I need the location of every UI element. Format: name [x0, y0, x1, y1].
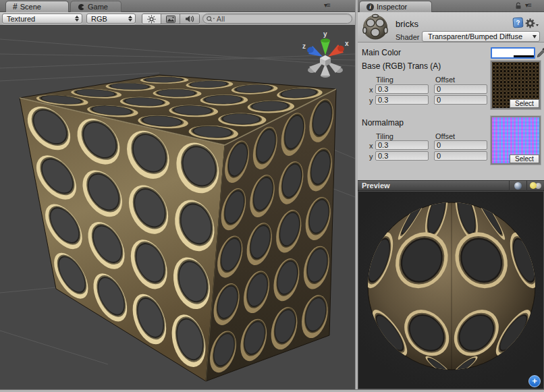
scene-orientation-gizmo[interactable]: y x z [297, 26, 355, 84]
window-bottom-edge [0, 389, 544, 392]
updown-arrows-icon [128, 16, 132, 22]
tiling-column-label: Tiling [376, 132, 393, 140]
color-mode-dropdown[interactable]: RGB [86, 13, 136, 24]
normalmap-select-button[interactable]: Select [510, 155, 539, 163]
normalmap-thumbnail[interactable]: Select [491, 116, 541, 165]
main-color-swatch[interactable] [491, 47, 535, 59]
material-header: bricks Shader Transparent/Bumped Diffuse… [358, 12, 544, 43]
tab-scene-label: Scene [20, 3, 41, 11]
inspector-tabbar: i Inspector ▾≡ [358, 0, 544, 12]
tab-game[interactable]: Game [70, 1, 121, 12]
gizmo-y-label: y [323, 30, 327, 38]
help-icon[interactable]: ? [512, 17, 523, 28]
normal-offset-y-field[interactable] [434, 151, 487, 161]
lighting-toggle-button[interactable] [142, 14, 161, 24]
speaker-icon [185, 15, 194, 23]
scene-grid-icon: # [13, 2, 18, 11]
offset-column-label: Offset [435, 132, 455, 140]
scene-viewport[interactable]: y x z [0, 26, 355, 389]
normal-tiling-x-field[interactable] [375, 140, 429, 150]
gizmo-y-axis[interactable] [321, 38, 330, 55]
dropdown-arrow-icon [533, 35, 537, 38]
tab-inspector[interactable]: i Inspector [359, 1, 432, 12]
scene-tabbar: # Scene Game ▾≡ [0, 0, 355, 12]
tab-game-label: Game [88, 3, 108, 11]
sun-icon [147, 15, 156, 24]
skybox-toggle-button[interactable] [161, 14, 180, 24]
material-preview[interactable]: + [358, 191, 544, 389]
tiling-column-label: Tiling [376, 76, 393, 84]
material-ball-icon [362, 13, 389, 41]
base-texture-section-label: Base (RGB) Trans (A) [362, 61, 441, 71]
base-tiling-x-field[interactable] [375, 84, 429, 94]
textured-cube[interactable] [20, 75, 336, 381]
inspector-panel-menu-icon[interactable]: ▾≡ [525, 1, 531, 9]
preview-header: Preview [358, 180, 544, 191]
updown-arrows-icon [75, 16, 79, 22]
offset-column-label: Offset [435, 76, 455, 84]
y-row-label: y [369, 96, 373, 105]
preview-light-button[interactable] [526, 180, 544, 191]
shader-value: Transparent/Bumped Diffuse [428, 32, 533, 40]
gear-dropdown-arrow-icon [536, 24, 539, 26]
lock-icon[interactable] [515, 2, 522, 9]
search-input[interactable] [217, 15, 348, 23]
scene-toolbar: Textured RGB [0, 12, 355, 26]
gizmo-x-axis[interactable] [328, 45, 346, 57]
base-tiling-y-field[interactable] [375, 95, 429, 105]
x-row-label: x [369, 142, 373, 150]
search-icon [206, 15, 215, 23]
scene-panel: # Scene Game ▾≡ Textured RGB [0, 0, 355, 389]
shader-label: Shader [396, 33, 419, 41]
scene-panel-menu-icon[interactable]: ▾≡ [324, 1, 330, 9]
tab-scene[interactable]: # Scene [5, 1, 69, 12]
gizmo-z-axis[interactable] [306, 46, 323, 57]
gizmo-z-label: z [302, 43, 306, 50]
game-icon [78, 3, 85, 11]
light-toggle-icon [530, 181, 542, 190]
base-offset-x-field[interactable] [434, 84, 487, 94]
gear-icon [525, 18, 535, 28]
inspector-panel: i Inspector ▾≡ [358, 0, 544, 389]
normal-tiling-y-field[interactable] [375, 151, 429, 161]
scene-view-toggles [142, 13, 200, 24]
alpha-strip [514, 55, 534, 57]
preview-mesh-button[interactable] [509, 180, 526, 191]
shader-dropdown[interactable]: Transparent/Bumped Diffuse [422, 31, 540, 42]
gear-menu-button[interactable] [525, 18, 539, 28]
main-color-label: Main Color [362, 48, 401, 57]
preview-title: Preview [362, 181, 509, 190]
normalmap-section-label: Normalmap [362, 118, 404, 128]
normal-offset-x-field[interactable] [434, 140, 487, 150]
base-offset-y-field[interactable] [434, 95, 487, 105]
render-mode-dropdown[interactable]: Textured [2, 13, 82, 24]
eyedropper-icon[interactable] [537, 47, 544, 58]
image-icon [166, 16, 175, 23]
x-row-label: x [369, 86, 373, 94]
audio-toggle-button[interactable] [180, 14, 199, 24]
base-texture-thumbnail[interactable]: Select [491, 61, 541, 109]
material-name: bricks [396, 19, 418, 29]
scene-search-field[interactable] [202, 13, 352, 24]
preview-zoom-add-button[interactable]: + [528, 375, 541, 387]
preview-sphere [358, 192, 544, 389]
info-icon: i [366, 3, 374, 11]
sphere-icon [514, 182, 522, 190]
render-mode-value: Textured [7, 15, 72, 23]
y-row-label: y [369, 152, 373, 161]
unity-editor-window: # Scene Game ▾≡ Textured RGB [0, 0, 544, 392]
gizmo-x-label: x [345, 40, 349, 47]
tab-inspector-label: Inspector [377, 3, 407, 11]
color-mode-value: RGB [91, 15, 126, 23]
base-texture-select-button[interactable]: Select [510, 99, 539, 108]
